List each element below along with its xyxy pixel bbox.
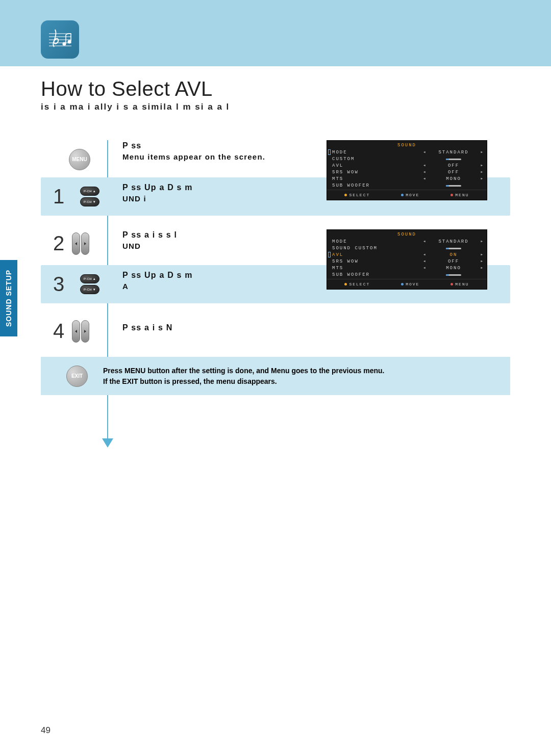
osd1-body: MODESTANDARDCUSTOMAVLOFFSRS WOWOFFMTSMON… — [327, 149, 487, 189]
osd-row-label: MODE — [332, 239, 425, 244]
step3-text: P ss Up a D s m A — [122, 270, 193, 292]
footer-text: Press MENU button after the setting is d… — [103, 366, 385, 387]
osd-row: MTSMONO — [327, 265, 487, 271]
header-band — [0, 0, 551, 66]
step3-number: 3 — [48, 273, 69, 296]
step2-text: P ss a i s s l UND — [122, 229, 177, 251]
osd-row-label: CUSTOM — [332, 157, 425, 162]
osd-row: SUB WOOFER — [327, 182, 487, 189]
osd1-footer: SELECT MOVE MENU — [327, 190, 487, 200]
osd1-foot-move: MOVE — [406, 193, 419, 197]
osd-row: AVLON — [327, 251, 487, 258]
right-arrow-button-icon — [81, 232, 89, 255]
osd-row-label: SRS WOW — [332, 259, 425, 264]
page-subtitle: is i a ma i ally i s a simila l m si a a… — [41, 102, 230, 112]
osd-row-label: AVL — [332, 252, 425, 257]
step4-text: P ss a i s N — [122, 322, 173, 333]
osd-row: SRS WOWOFF — [327, 169, 487, 175]
osd-row: SRS WOWOFF — [327, 258, 487, 265]
osd-row: CUSTOM — [327, 155, 487, 162]
osd-row: SOUND CUSTOM — [327, 245, 487, 251]
osd-row-value — [425, 184, 482, 187]
osd-row-label: SOUND CUSTOM — [332, 246, 425, 251]
osd-row: AVLOFF — [327, 162, 487, 169]
osd-row-label: SUB WOOFER — [332, 183, 425, 188]
osd-row-label: AVL — [332, 163, 425, 168]
osd-row-label: SRS WOW — [332, 170, 425, 175]
osd1-foot-menu: MENU — [455, 193, 469, 197]
osd-slider-icon — [446, 248, 461, 249]
step2-row: 2 — [41, 224, 108, 263]
flow-arrow-icon — [102, 438, 113, 448]
page-title: How to Select AVL — [41, 77, 213, 100]
step1-line2: UND i — [122, 193, 193, 204]
osd1-title: SOUND — [327, 141, 487, 149]
osd-slider-icon — [446, 274, 461, 276]
osd-row-value — [425, 273, 482, 276]
step3-icons: P-CH ▲ P-CH ▼ — [72, 274, 108, 294]
osd-sound-menu-2: SOUND MODESTANDARDSOUND CUSTOMAVLONSRS W… — [327, 229, 487, 290]
osd1-foot-select: SELECT — [349, 193, 370, 197]
left-arrow-button-icon — [72, 320, 80, 343]
step4-icons — [72, 320, 108, 343]
step3-line1: P ss Up a D s m — [122, 271, 193, 279]
osd-row: MODESTANDARD — [327, 149, 487, 155]
osd-row-value: STANDARD — [425, 150, 482, 155]
step1-line1: P ss Up a D s m — [122, 183, 193, 192]
pch-down-button-icon: P-CH ▼ — [80, 285, 99, 294]
step0-line1: P ss — [122, 141, 141, 150]
osd2-title: SOUND — [327, 230, 487, 238]
menu-button-icon: MENU — [69, 149, 90, 170]
osd-cursor-icon — [328, 252, 331, 257]
osd2-footer: SELECT MOVE MENU — [327, 279, 487, 289]
osd-slider-icon — [446, 159, 461, 160]
footer-band: EXIT Press MENU button after the setting… — [41, 357, 510, 395]
osd-row-value: OFF — [425, 163, 482, 168]
music-staff-icon — [41, 20, 79, 59]
step-menu-text: P ss Menu items appear on the screen. — [122, 140, 265, 162]
osd-row: MTSMONO — [327, 175, 487, 182]
left-arrow-button-icon — [72, 232, 80, 255]
step4-number: 4 — [48, 320, 69, 343]
step2-line1: P ss a i s s l — [122, 230, 177, 239]
osd-row-value: OFF — [425, 259, 482, 264]
osd-row-label: SUB WOOFER — [332, 272, 425, 277]
step2-number: 2 — [48, 232, 69, 255]
page-number: 49 — [41, 725, 51, 736]
pch-up-button-icon: P-CH ▲ — [80, 274, 99, 283]
step3-row: 3 P-CH ▲ P-CH ▼ — [41, 265, 108, 303]
osd-row-value: OFF — [425, 170, 482, 175]
step1-row: 1 P-CH ▲ P-CH ▼ — [41, 177, 108, 216]
footer-line1: Press MENU button after the setting is d… — [103, 366, 385, 376]
step4-line1: P ss a i s N — [122, 323, 173, 332]
osd-row-label: MTS — [332, 266, 425, 271]
osd-row-value: MONO — [425, 266, 482, 271]
osd2-foot-move: MOVE — [406, 282, 419, 286]
step3-line2: A — [122, 281, 193, 292]
step1-number: 1 — [48, 185, 69, 208]
exit-button-icon: EXIT — [66, 366, 88, 387]
osd2-foot-menu: MENU — [455, 282, 469, 286]
osd-row-value: MONO — [425, 176, 482, 181]
osd-row-label: MTS — [332, 176, 425, 181]
osd-sound-menu-1: SOUND MODESTANDARDCUSTOMAVLOFFSRS WOWOFF… — [327, 140, 487, 200]
right-arrow-button-icon — [81, 320, 89, 343]
section-tab: SOUND SETUP — [0, 260, 17, 336]
osd-row: SUB WOOFER — [327, 271, 487, 278]
osd-row-label: MODE — [332, 150, 425, 155]
step1-icons: P-CH ▲ P-CH ▼ — [72, 187, 108, 206]
step0-line2: Menu items appear on the screen. — [122, 151, 265, 162]
step2-icons — [72, 232, 108, 255]
osd-row-value: ON — [425, 252, 482, 257]
osd-slider-icon — [446, 185, 461, 187]
osd-cursor-icon — [328, 149, 331, 155]
step1-text: P ss Up a D s m UND i — [122, 182, 193, 204]
osd2-foot-select: SELECT — [349, 282, 370, 286]
osd-row-value: STANDARD — [425, 239, 482, 244]
footer-line2: If the EXIT button is pressed, the menu … — [103, 376, 385, 387]
pch-down-button-icon: P-CH ▼ — [80, 197, 99, 206]
osd-row-value — [425, 247, 482, 249]
step2-line2: UND — [122, 241, 177, 251]
pch-up-button-icon: P-CH ▲ — [80, 187, 99, 196]
step4-row: 4 — [41, 312, 108, 350]
